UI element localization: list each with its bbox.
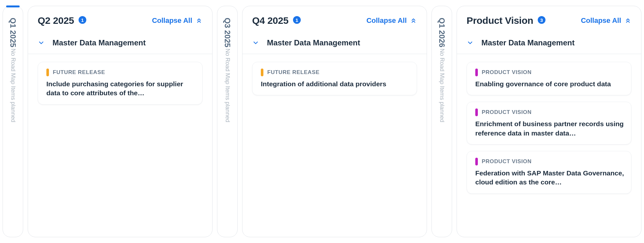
chevrons-up-icon [410, 17, 417, 24]
card-title: Enabling governance of core product data [475, 79, 625, 89]
section-header[interactable]: Master Data Management [457, 29, 641, 54]
collapse-all-label: Collapse All [366, 16, 407, 25]
chevron-down-icon [252, 39, 259, 46]
status-pill [475, 158, 478, 165]
card-title: Integration of additional data providers [261, 79, 410, 89]
card-tag-label: PRODUCT VISION [482, 158, 532, 165]
roadmap-card[interactable]: FUTURE RELEASEIntegration of additional … [252, 62, 417, 95]
status-pill [475, 108, 478, 116]
collapsed-column-caption: No Road Map Items planned [439, 49, 445, 122]
collapsed-column[interactable]: Q3 2025No Road Map Items planned [217, 6, 238, 237]
roadmap-card[interactable]: PRODUCT VISIONEnrichment of business par… [467, 102, 631, 145]
collapse-all-button[interactable]: Collapse All [366, 16, 417, 25]
card-tag-label: FUTURE RELEASE [53, 69, 105, 76]
section-header[interactable]: Master Data Management [242, 29, 427, 54]
section-title: Master Data Management [481, 38, 574, 47]
card-list: PRODUCT VISIONEnabling governance of cor… [457, 54, 641, 201]
section-title: Master Data Management [267, 38, 360, 47]
status-pill [261, 69, 263, 76]
column-active-indicator [435, 5, 449, 7]
card-tag: FUTURE RELEASE [46, 69, 196, 76]
column-count-badge: 1 [79, 16, 86, 24]
column-header: Q2 20251Collapse All [28, 6, 212, 29]
collapsed-column-content: Q1 2026No Road Map Items planned [437, 18, 446, 230]
section-header[interactable]: Master Data Management [28, 29, 212, 54]
collapsed-column-content: Q1 2025No Road Map Items planned [8, 18, 17, 230]
collapsed-column-title: Q1 2025 [8, 18, 17, 47]
column-count-badge: 3 [538, 16, 545, 24]
collapsed-column-title: Q1 2026 [437, 18, 446, 47]
card-tag-label: PRODUCT VISION [482, 69, 532, 76]
card-tag: PRODUCT VISION [475, 108, 625, 116]
chevrons-up-icon [195, 17, 203, 24]
roadmap-column: Q4 20251Collapse AllMaster Data Manageme… [242, 6, 427, 237]
column-active-indicator [6, 5, 20, 7]
collapsed-column[interactable]: Q1 2026No Road Map Items planned [431, 6, 452, 237]
collapsed-column-title: Q3 2025 [223, 18, 232, 47]
collapse-all-label: Collapse All [152, 16, 192, 25]
chevron-down-icon [467, 39, 474, 46]
roadmap-card[interactable]: FUTURE RELEASEInclude purchasing categor… [38, 62, 203, 105]
collapsed-column-content: Q3 2025No Road Map Items planned [223, 18, 232, 230]
card-tag-label: FUTURE RELEASE [267, 69, 319, 76]
roadmap-card[interactable]: PRODUCT VISIONEnabling governance of cor… [467, 62, 631, 95]
collapsed-column[interactable]: Q1 2025No Road Map Items planned [3, 6, 23, 237]
card-tag: FUTURE RELEASE [261, 69, 410, 76]
status-pill [475, 69, 478, 76]
card-tag: PRODUCT VISION [475, 158, 625, 165]
collapse-all-button[interactable]: Collapse All [152, 16, 203, 25]
column-header: Product Vision3Collapse All [457, 6, 641, 29]
collapse-all-label: Collapse All [581, 16, 621, 25]
chevron-down-icon [38, 39, 45, 46]
card-title: Enrichment of business partner records u… [475, 119, 625, 138]
collapsed-column-caption: No Road Map Items planned [10, 49, 16, 122]
column-header: Q4 20251Collapse All [242, 6, 427, 29]
status-pill [46, 69, 49, 76]
section-title: Master Data Management [52, 38, 146, 47]
chevrons-up-icon [624, 17, 631, 24]
column-count-badge: 1 [293, 16, 301, 24]
card-list: FUTURE RELEASEIntegration of additional … [242, 54, 427, 103]
column-active-indicator [221, 5, 234, 7]
roadmap-card[interactable]: PRODUCT VISIONFederation with SAP Master… [467, 151, 631, 194]
collapsed-column-caption: No Road Map Items planned [224, 49, 231, 122]
card-title: Include purchasing categories for suppli… [46, 79, 196, 98]
card-list: FUTURE RELEASEInclude purchasing categor… [28, 54, 212, 112]
card-tag-label: PRODUCT VISION [482, 109, 532, 116]
card-tag: PRODUCT VISION [475, 69, 625, 76]
collapse-all-button[interactable]: Collapse All [581, 16, 631, 25]
column-title: Product Vision [467, 15, 533, 26]
roadmap-column: Product Vision3Collapse AllMaster Data M… [457, 6, 641, 237]
card-title: Federation with SAP Master Data Governan… [475, 169, 625, 187]
roadmap-column: Q2 20251Collapse AllMaster Data Manageme… [28, 6, 213, 237]
column-title: Q4 2025 [252, 15, 289, 26]
column-title: Q2 2025 [38, 15, 74, 26]
